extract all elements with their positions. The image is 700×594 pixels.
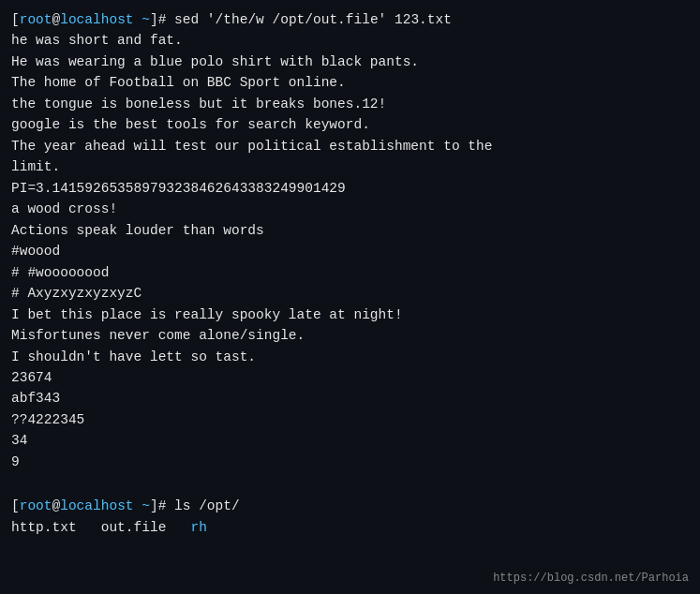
output-line-11: #woood bbox=[11, 241, 689, 261]
prompt-user: root bbox=[20, 12, 52, 27]
prompt-host: localhost bbox=[60, 12, 133, 27]
ls-rh-file: rh bbox=[190, 520, 206, 535]
output-line-5: google is the best tools for search keyw… bbox=[11, 114, 689, 135]
watermark: https://blog.csdn.net/Parhoia bbox=[493, 572, 689, 585]
output-line-19: ??4222345 bbox=[11, 409, 689, 430]
output-line-4: the tongue is boneless but it breaks bon… bbox=[11, 94, 689, 114]
output-line-20: 34 bbox=[11, 430, 689, 451]
prompt-user-2: root bbox=[20, 498, 52, 513]
output-line-2: He was wearing a blue polo shirt with bl… bbox=[11, 52, 689, 72]
ls-output: http.txt out.file rh bbox=[11, 517, 689, 538]
output-line-15: Misfortunes never come alone/single. bbox=[11, 325, 689, 346]
output-line-18: abf343 bbox=[11, 388, 689, 408]
bracket-open: [ bbox=[11, 12, 20, 27]
prompt-host-2: localhost bbox=[60, 498, 133, 513]
output-line-6: The year ahead will test our political e… bbox=[11, 136, 689, 156]
prompt-tilde: ~ bbox=[134, 12, 150, 27]
ls-files: http.txt out.file bbox=[11, 520, 190, 535]
output-line-12: # #woooooood bbox=[11, 262, 689, 283]
cmd2-text: ls /opt/ bbox=[174, 498, 240, 513]
command-line-1: [root@localhost ~]# sed '/the/w /opt/out… bbox=[11, 9, 689, 30]
output-line-8: PI=3.14159265358979323846264338324990​14… bbox=[11, 178, 689, 199]
command-line-2: [root@localhost ~]# ls /opt/ bbox=[11, 496, 689, 516]
bracket-close: ] bbox=[150, 12, 158, 27]
prompt-hash: # bbox=[158, 12, 174, 27]
blank-separator bbox=[11, 472, 689, 496]
output-line-7: limit. bbox=[11, 156, 689, 177]
prompt-tilde-2: ~ bbox=[134, 498, 150, 513]
bracket-open-2: [ bbox=[11, 498, 20, 513]
prompt-hash-2: # bbox=[158, 498, 174, 513]
prompt-at-2: @ bbox=[52, 498, 61, 513]
bracket-close-2: ] bbox=[150, 498, 158, 513]
output-line-14: I bet this place is really spooky late a… bbox=[11, 304, 689, 325]
cmd1-text: sed '/the/w /opt/out.file' 123.txt bbox=[174, 12, 452, 27]
output-line-13: # AxyzxyzxyzxyzC bbox=[11, 283, 689, 304]
prompt-at: @ bbox=[52, 12, 61, 27]
terminal-window: [root@localhost ~]# sed '/the/w /opt/out… bbox=[0, 0, 700, 594]
output-line-10: Actions speak louder than words bbox=[11, 220, 689, 241]
output-line-1: he was short and fat. bbox=[11, 30, 689, 51]
output-line-21: 9 bbox=[11, 452, 689, 472]
output-line-9: a wood cross! bbox=[11, 199, 689, 219]
output-line-3: The home of Football on BBC Sport online… bbox=[11, 72, 689, 93]
output-line-17: 23674 bbox=[11, 367, 689, 388]
output-line-16: I shouldn't have lett so tast. bbox=[11, 347, 689, 367]
